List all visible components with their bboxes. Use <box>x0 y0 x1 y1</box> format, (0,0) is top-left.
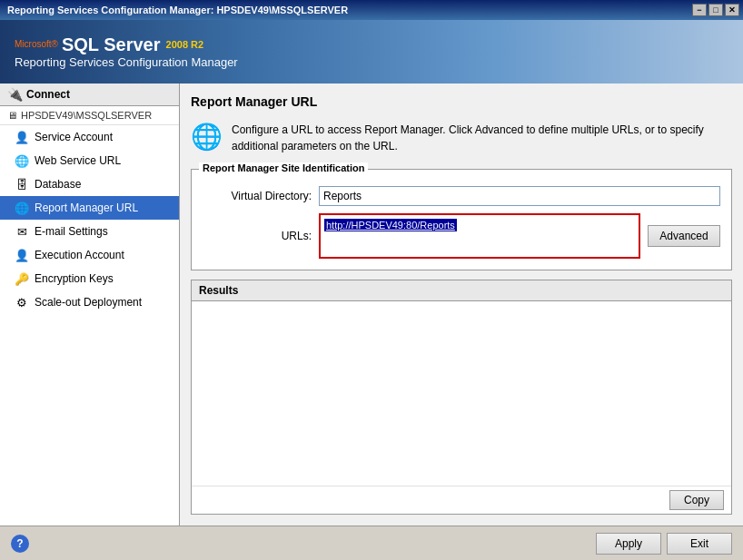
sidebar-item-label: Execution Account <box>35 249 124 261</box>
main-layout: 🔌 Connect 🖥 HPSDEV49\MSSQLSERVER 👤 Servi… <box>0 84 743 526</box>
help-button[interactable]: ? <box>11 535 29 553</box>
urls-row: URLs: http://HPSDEV49:80/Reports Advance… <box>203 213 720 259</box>
url-list[interactable]: http://HPSDEV49:80/Reports <box>319 213 640 259</box>
virtual-directory-input[interactable] <box>319 186 720 206</box>
sidebar-item-label: Web Service URL <box>35 154 121 167</box>
app-header: Microsoft® SQL Server 2008 R2 Reporting … <box>0 20 743 84</box>
sidebar-item-encryption-keys[interactable]: 🔑 Encryption Keys <box>0 267 179 290</box>
results-body <box>192 301 731 486</box>
server-icon: 🖥 <box>7 110 17 121</box>
product-name: SQL Server <box>62 35 161 54</box>
server-label: HPSDEV49\MSSQLSERVER <box>21 110 152 121</box>
window-title: Reporting Services Configuration Manager… <box>7 5 348 15</box>
web-service-url-icon: 🌐 <box>15 153 29 168</box>
sidebar-item-label: Encryption Keys <box>35 272 114 285</box>
version-badge: 2008 R2 <box>166 39 204 50</box>
minimize-button[interactable]: − <box>692 4 707 16</box>
apply-button[interactable]: Apply <box>596 533 661 555</box>
sidebar-item-report-manager-url[interactable]: 🌐 Report Manager URL <box>0 196 179 220</box>
sidebar-header-label: Connect <box>26 88 70 101</box>
sidebar-item-label: Database <box>35 178 81 191</box>
urls-label: URLs: <box>203 230 312 242</box>
sidebar-item-label: Service Account <box>35 131 113 143</box>
globe-icon: 🌐 <box>191 122 223 152</box>
exit-button[interactable]: Exit <box>667 533 732 555</box>
encryption-keys-icon: 🔑 <box>15 271 29 286</box>
site-identification-group: Report Manager Site Identification Virtu… <box>191 169 732 270</box>
info-row: 🌐 Configure a URL to access Report Manag… <box>191 118 732 158</box>
sidebar-item-database[interactable]: 🗄 Database <box>0 172 179 196</box>
close-button[interactable]: ✕ <box>725 4 739 16</box>
sidebar-item-execution-account[interactable]: 👤 Execution Account <box>0 243 179 267</box>
sidebar-item-label: E-mail Settings <box>35 225 108 238</box>
virtual-directory-label: Virtual Directory: <box>203 190 312 202</box>
app-subtitle: Reporting Services Configuration Manager <box>15 55 238 69</box>
logo-area: Microsoft® SQL Server 2008 R2 Reporting … <box>15 35 238 69</box>
bottom-left: ? <box>11 535 29 553</box>
sidebar-item-service-account[interactable]: 👤 Service Account <box>0 125 179 149</box>
execution-account-icon: 👤 <box>15 248 29 262</box>
server-node: 🖥 HPSDEV49\MSSQLSERVER <box>0 106 179 125</box>
title-bar: Reporting Services Configuration Manager… <box>0 0 743 20</box>
page-title: Report Manager URL <box>191 94 732 109</box>
sidebar-item-label: Report Manager URL <box>35 201 138 214</box>
content-area: Report Manager URL 🌐 Configure a URL to … <box>180 84 743 526</box>
info-text: Configure a URL to access Report Manager… <box>232 122 732 154</box>
results-section: Results Copy <box>191 280 732 515</box>
results-header: Results <box>192 280 731 301</box>
sidebar-header: 🔌 Connect <box>0 84 179 106</box>
sidebar: 🔌 Connect 🖥 HPSDEV49\MSSQLSERVER 👤 Servi… <box>0 84 180 526</box>
group-legend: Report Manager Site Identification <box>199 162 368 173</box>
sidebar-item-scale-out-deployment[interactable]: ⚙ Scale-out Deployment <box>0 290 179 314</box>
report-manager-url-icon: 🌐 <box>15 201 29 215</box>
bottom-bar: ? Apply Exit <box>0 526 743 560</box>
copy-button[interactable]: Copy <box>669 490 724 510</box>
ms-label: Microsoft® <box>15 39 58 49</box>
email-settings-icon: ✉ <box>15 224 29 239</box>
results-footer: Copy <box>192 486 731 514</box>
url-link[interactable]: http://HPSDEV49:80/Reports <box>324 219 457 231</box>
sidebar-item-label: Scale-out Deployment <box>35 296 142 309</box>
maximize-button[interactable]: □ <box>708 4 723 16</box>
virtual-directory-row: Virtual Directory: <box>203 186 720 206</box>
connect-icon: 🔌 <box>7 87 23 102</box>
advanced-button[interactable]: Advanced <box>648 225 720 247</box>
window-controls: − □ ✕ <box>692 4 739 16</box>
service-account-icon: 👤 <box>15 130 29 144</box>
bottom-buttons: Apply Exit <box>596 533 732 555</box>
scale-out-deployment-icon: ⚙ <box>15 295 29 309</box>
database-icon: 🗄 <box>15 177 29 192</box>
sql-logo: Microsoft® SQL Server 2008 R2 Reporting … <box>15 35 238 69</box>
sidebar-item-email-settings[interactable]: ✉ E-mail Settings <box>0 220 179 243</box>
sidebar-item-web-service-url[interactable]: 🌐 Web Service URL <box>0 149 179 172</box>
